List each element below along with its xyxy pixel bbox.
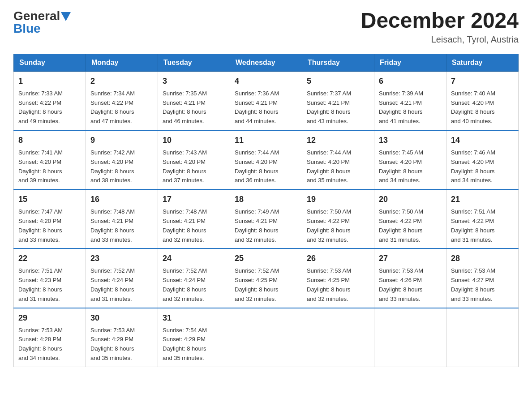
calendar-cell: 12Sunrise: 7:44 AMSunset: 4:20 PMDayligh… [302,130,374,189]
day-number: 3 [163,75,225,87]
calendar-cell: 8Sunrise: 7:41 AMSunset: 4:20 PMDaylight… [14,130,86,189]
calendar-header-tuesday: Tuesday [158,54,230,71]
calendar-header-thursday: Thursday [302,54,374,71]
calendar-week-row: 15Sunrise: 7:47 AMSunset: 4:20 PMDayligh… [14,189,519,248]
day-number: 8 [18,134,81,146]
day-number: 15 [18,193,81,206]
day-number: 12 [307,134,369,146]
day-number: 18 [235,193,297,206]
location-subtitle: Leisach, Tyrol, Austria [361,34,519,45]
day-info: Sunrise: 7:51 AMSunset: 4:22 PMDaylight:… [451,207,514,244]
day-info: Sunrise: 7:48 AMSunset: 4:21 PMDaylight:… [163,207,225,244]
calendar-header-saturday: Saturday [446,54,519,71]
day-info: Sunrise: 7:51 AMSunset: 4:23 PMDaylight:… [18,266,81,304]
day-info: Sunrise: 7:47 AMSunset: 4:20 PMDaylight:… [18,207,81,244]
day-number: 22 [18,253,81,265]
calendar-cell: 29Sunrise: 7:53 AMSunset: 4:28 PMDayligh… [14,308,86,367]
day-info: Sunrise: 7:37 AMSunset: 4:21 PMDaylight:… [307,89,369,126]
calendar-cell: 25Sunrise: 7:52 AMSunset: 4:25 PMDayligh… [230,248,302,308]
calendar-cell: 31Sunrise: 7:54 AMSunset: 4:29 PMDayligh… [158,308,230,367]
day-number: 28 [451,253,514,265]
day-info: Sunrise: 7:53 AMSunset: 4:26 PMDaylight:… [379,266,442,304]
calendar-cell: 2Sunrise: 7:34 AMSunset: 4:22 PMDaylight… [86,71,158,130]
day-info: Sunrise: 7:40 AMSunset: 4:20 PMDaylight:… [451,89,514,126]
calendar-cell: 10Sunrise: 7:43 AMSunset: 4:20 PMDayligh… [158,130,230,189]
month-year-title: December 2024 [361,9,519,33]
calendar-cell: 20Sunrise: 7:50 AMSunset: 4:22 PMDayligh… [374,189,446,248]
day-info: Sunrise: 7:52 AMSunset: 4:24 PMDaylight:… [90,266,153,304]
calendar-cell: 5Sunrise: 7:37 AMSunset: 4:21 PMDaylight… [302,71,374,130]
calendar-cell: 26Sunrise: 7:53 AMSunset: 4:25 PMDayligh… [302,248,374,308]
day-info: Sunrise: 7:44 AMSunset: 4:20 PMDaylight:… [307,148,369,185]
day-info: Sunrise: 7:34 AMSunset: 4:22 PMDaylight:… [90,89,153,126]
day-number: 13 [379,134,442,146]
calendar-cell: 24Sunrise: 7:52 AMSunset: 4:24 PMDayligh… [158,248,230,308]
day-info: Sunrise: 7:48 AMSunset: 4:21 PMDaylight:… [90,207,153,244]
logo-triangle-icon [61,12,71,21]
day-number: 9 [90,134,153,146]
calendar-cell: 28Sunrise: 7:53 AMSunset: 4:27 PMDayligh… [446,248,519,308]
day-number: 4 [235,75,297,87]
calendar-week-row: 22Sunrise: 7:51 AMSunset: 4:23 PMDayligh… [14,248,519,308]
day-info: Sunrise: 7:44 AMSunset: 4:20 PMDaylight:… [235,148,297,185]
day-number: 29 [18,312,81,324]
day-number: 27 [379,253,442,265]
day-info: Sunrise: 7:35 AMSunset: 4:21 PMDaylight:… [163,89,225,126]
day-number: 17 [163,193,225,206]
calendar-cell: 4Sunrise: 7:36 AMSunset: 4:21 PMDaylight… [230,71,302,130]
calendar-cell: 6Sunrise: 7:39 AMSunset: 4:21 PMDaylight… [374,71,446,130]
day-info: Sunrise: 7:53 AMSunset: 4:28 PMDaylight:… [18,326,81,363]
day-info: Sunrise: 7:42 AMSunset: 4:20 PMDaylight:… [90,148,153,185]
calendar-cell: 3Sunrise: 7:35 AMSunset: 4:21 PMDaylight… [158,71,230,130]
calendar-cell: 22Sunrise: 7:51 AMSunset: 4:23 PMDayligh… [14,248,86,308]
calendar-week-row: 1Sunrise: 7:33 AMSunset: 4:22 PMDaylight… [14,71,519,130]
day-info: Sunrise: 7:54 AMSunset: 4:29 PMDaylight:… [163,326,225,363]
day-number: 23 [90,253,153,265]
calendar-cell: 23Sunrise: 7:52 AMSunset: 4:24 PMDayligh… [86,248,158,308]
calendar-cell: 7Sunrise: 7:40 AMSunset: 4:20 PMDaylight… [446,71,519,130]
day-number: 30 [90,312,153,324]
day-number: 21 [451,193,514,206]
calendar-header-monday: Monday [86,54,158,71]
day-number: 7 [451,75,514,87]
calendar-header-friday: Friday [374,54,446,71]
calendar-cell: 11Sunrise: 7:44 AMSunset: 4:20 PMDayligh… [230,130,302,189]
day-info: Sunrise: 7:43 AMSunset: 4:20 PMDaylight:… [163,148,225,185]
day-info: Sunrise: 7:50 AMSunset: 4:22 PMDaylight:… [307,207,369,244]
calendar-cell: 16Sunrise: 7:48 AMSunset: 4:21 PMDayligh… [86,189,158,248]
day-info: Sunrise: 7:41 AMSunset: 4:20 PMDaylight:… [18,148,81,185]
day-info: Sunrise: 7:49 AMSunset: 4:21 PMDaylight:… [235,207,297,244]
day-info: Sunrise: 7:46 AMSunset: 4:20 PMDaylight:… [451,148,514,185]
day-number: 24 [163,253,225,265]
day-info: Sunrise: 7:39 AMSunset: 4:21 PMDaylight:… [379,89,442,126]
day-number: 1 [18,75,81,87]
day-info: Sunrise: 7:45 AMSunset: 4:20 PMDaylight:… [379,148,442,185]
day-info: Sunrise: 7:36 AMSunset: 4:21 PMDaylight:… [235,89,297,126]
day-number: 2 [90,75,153,87]
calendar-cell [302,308,374,367]
calendar-week-row: 8Sunrise: 7:41 AMSunset: 4:20 PMDaylight… [14,130,519,189]
day-number: 14 [451,134,514,146]
calendar-header-wednesday: Wednesday [230,54,302,71]
calendar-cell [230,308,302,367]
calendar-cell: 1Sunrise: 7:33 AMSunset: 4:22 PMDaylight… [14,71,86,130]
calendar-cell: 15Sunrise: 7:47 AMSunset: 4:20 PMDayligh… [14,189,86,248]
title-block: December 2024 Leisach, Tyrol, Austria [361,9,519,45]
calendar-cell: 9Sunrise: 7:42 AMSunset: 4:20 PMDaylight… [86,130,158,189]
day-number: 16 [90,193,153,206]
calendar-cell: 27Sunrise: 7:53 AMSunset: 4:26 PMDayligh… [374,248,446,308]
day-info: Sunrise: 7:53 AMSunset: 4:25 PMDaylight:… [307,266,369,304]
calendar-cell: 19Sunrise: 7:50 AMSunset: 4:22 PMDayligh… [302,189,374,248]
day-info: Sunrise: 7:53 AMSunset: 4:27 PMDaylight:… [451,266,514,304]
day-number: 20 [379,193,442,206]
logo: General Blue [13,9,71,36]
calendar-cell: 13Sunrise: 7:45 AMSunset: 4:20 PMDayligh… [374,130,446,189]
day-info: Sunrise: 7:33 AMSunset: 4:22 PMDaylight:… [18,89,81,126]
day-info: Sunrise: 7:52 AMSunset: 4:24 PMDaylight:… [163,266,225,304]
calendar-cell: 18Sunrise: 7:49 AMSunset: 4:21 PMDayligh… [230,189,302,248]
calendar-cell [446,308,519,367]
calendar-cell: 21Sunrise: 7:51 AMSunset: 4:22 PMDayligh… [446,189,519,248]
day-info: Sunrise: 7:50 AMSunset: 4:22 PMDaylight:… [379,207,442,244]
day-number: 26 [307,253,369,265]
day-number: 6 [379,75,442,87]
